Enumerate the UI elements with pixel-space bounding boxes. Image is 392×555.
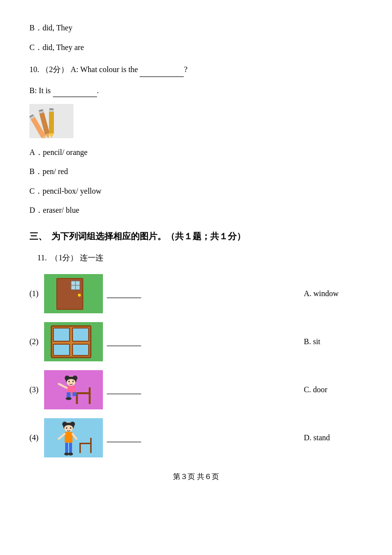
svg-point-59 [68, 453, 73, 455]
match-answer-2: B. sit [304, 337, 363, 346]
match-blank-1 [107, 289, 141, 298]
q10-text-a: A: What colour is the [71, 65, 138, 74]
match-answer-3: C. door [304, 385, 363, 394]
sit-image [44, 370, 103, 409]
choice-c-text: C．pencil-box/ yellow [29, 187, 101, 195]
choice-b-text: B．pen/ red [29, 167, 68, 176]
q11-score: （1分） [50, 253, 78, 262]
q10-punctuation: ? [184, 65, 187, 74]
match-blank-4 [107, 433, 141, 442]
match-num-4: (4) [29, 433, 44, 442]
option-c1-text: C．did, They are [29, 43, 84, 51]
q10-blank1 [140, 62, 184, 77]
choice-d: D．eraser/ blue [29, 204, 363, 217]
q10-text-b: B: It is [29, 86, 51, 95]
svg-point-42 [66, 397, 72, 400]
svg-rect-9 [49, 109, 54, 133]
svg-rect-45 [79, 444, 81, 453]
choice-c: C．pencil-box/ yellow [29, 185, 363, 198]
svg-rect-47 [90, 438, 92, 444]
match-row-3: (3) [29, 370, 363, 409]
option-b1-text: B．did, They [29, 24, 73, 32]
section3-title: 为下列词组选择相应的图片。（共１题；共１分） [51, 231, 245, 241]
svg-point-54 [70, 427, 72, 429]
svg-rect-55 [65, 432, 73, 443]
choice-a-text: A．pencil/ orange [29, 148, 88, 156]
option-c1: C．did, They are [29, 41, 363, 54]
choice-a: A．pencil/ orange [29, 146, 363, 159]
section3-header: 三、 为下列词组选择相应的图片。（共１题；共１分） [29, 230, 363, 242]
svg-rect-56 [65, 443, 68, 454]
q11-number: 11. [37, 253, 47, 262]
match-answer-1: A. window [304, 289, 363, 298]
svg-point-53 [66, 427, 68, 429]
svg-rect-27 [76, 392, 91, 394]
svg-rect-25 [73, 344, 89, 355]
choice-d-text: D．eraser/ blue [29, 206, 79, 214]
svg-point-35 [67, 379, 75, 385]
svg-rect-57 [69, 443, 72, 454]
svg-rect-23 [73, 328, 89, 341]
svg-rect-46 [90, 444, 92, 453]
q10-period: . [97, 86, 99, 95]
svg-point-37 [73, 380, 74, 382]
match-blank-2 [107, 337, 141, 346]
q11-text: 连一连 [80, 253, 103, 262]
match-row-2: (2) B. sit [29, 322, 363, 361]
section3-label: 三、 [29, 231, 47, 241]
choice-b: B．pen/ red [29, 165, 363, 178]
page-footer: 第３页 共６页 [29, 472, 363, 481]
q10-score: （2分） [41, 65, 69, 74]
footer-text: 第３页 共６页 [173, 473, 219, 480]
match-answer-4: D. stand [304, 433, 363, 442]
match-row-1: (1) A. window [29, 274, 363, 313]
match-num-2: (2) [29, 337, 44, 346]
svg-point-52 [64, 425, 73, 431]
match-num-3: (3) [29, 385, 44, 394]
door-image [44, 274, 103, 313]
match-num-1: (1) [29, 289, 44, 298]
svg-rect-12 [49, 108, 53, 110]
svg-point-19 [78, 294, 81, 297]
svg-rect-30 [89, 387, 91, 394]
pencil-svg [29, 104, 74, 138]
q10-number: 10. [29, 65, 39, 74]
svg-rect-24 [53, 344, 70, 355]
stand-image [44, 418, 103, 457]
match-row-4: (4) [29, 418, 363, 457]
question-10: 10. （2分） A: What colour is the ? [29, 62, 363, 77]
match-section: (1) A. window (2) B. sit [29, 274, 363, 457]
option-b1: B．did, They [29, 22, 363, 34]
svg-rect-44 [79, 443, 92, 444]
svg-point-36 [69, 380, 70, 382]
q10-blank2 [53, 84, 97, 97]
svg-rect-40 [73, 392, 76, 396]
svg-rect-22 [53, 328, 70, 341]
pencil-image [29, 104, 74, 138]
window-image [44, 322, 103, 361]
q10-b-line: B: It is . [29, 84, 363, 97]
svg-rect-29 [89, 394, 91, 404]
question-11: 11. （1分） 连一连 [29, 251, 363, 265]
match-blank-3 [107, 385, 141, 394]
